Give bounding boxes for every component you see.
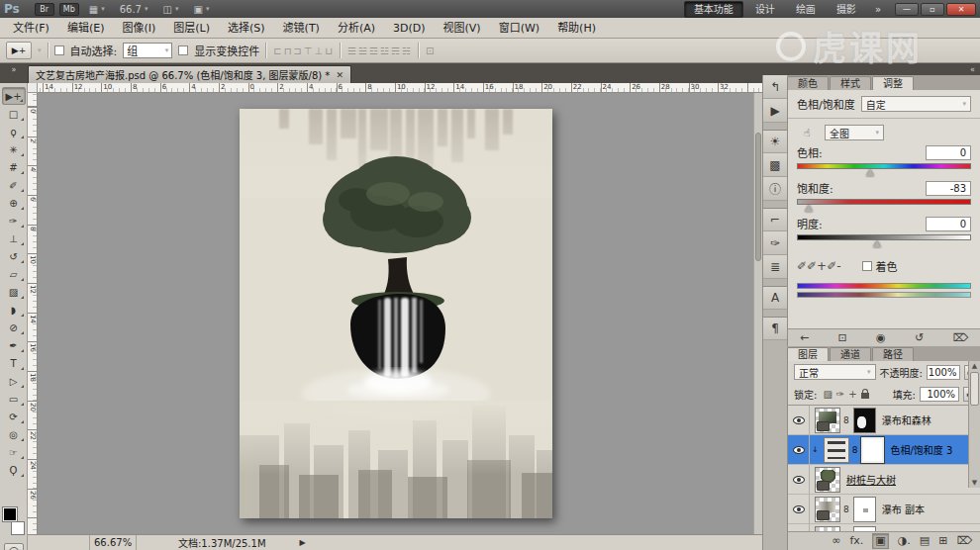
adjustment-footer-icon[interactable]: ↺	[915, 331, 924, 344]
blend-mode-dropdown[interactable]: 正常▾	[794, 364, 876, 380]
eyedropper-icon[interactable]: ✐+	[807, 259, 827, 273]
on-image-adjustment-icon[interactable]: ☝	[797, 125, 817, 140]
align-icon[interactable]: ⊔	[325, 46, 333, 56]
align-icon[interactable]: ⊤	[304, 46, 313, 56]
canvas-vertical-scrollbar[interactable]	[753, 93, 762, 534]
menu-item[interactable]: 3D(D)	[384, 18, 435, 39]
layer-visibility-toggle[interactable]	[788, 435, 810, 464]
dock-panel-button[interactable]: ✑	[763, 231, 788, 255]
canvas-area[interactable]	[38, 93, 762, 534]
distribute-icon[interactable]: ☴	[391, 46, 400, 56]
preset-dropdown[interactable]: 自定▾	[861, 96, 971, 112]
chevron-down-icon[interactable]: ▾	[38, 46, 42, 54]
distribute-icon[interactable]: ☰	[347, 46, 356, 56]
瀑布和森林[interactable]: 8 瀑布和森林	[788, 406, 980, 435]
poster-document[interactable]	[240, 109, 552, 518]
lock-icon[interactable]: ▨	[823, 389, 832, 400]
slider-track[interactable]	[797, 199, 971, 205]
layer-visibility-toggle[interactable]	[788, 524, 810, 531]
workspace-button[interactable]: 基本功能	[684, 1, 743, 18]
panel-tab[interactable]: 调整	[872, 76, 914, 90]
align-icon[interactable]: ⊏	[273, 46, 281, 56]
layer-visibility-toggle[interactable]	[788, 495, 810, 523]
lock-icon[interactable]: +	[848, 389, 856, 400]
channel-dropdown[interactable]: 全图▾	[825, 125, 884, 140]
dock-panel-button[interactable]: ▩	[763, 153, 788, 177]
tool-button[interactable]: ▨	[2, 283, 26, 301]
layer-name[interactable]: 树桩与大树	[846, 472, 896, 487]
tool-button[interactable]: ϙ	[2, 123, 26, 140]
menu-item[interactable]: 窗口(W)	[490, 18, 548, 39]
slider-thumb[interactable]	[873, 240, 881, 247]
dock-panel-button[interactable]: ¶	[763, 317, 788, 340]
lock-icon[interactable]	[861, 393, 869, 399]
menu-item[interactable]: 文件(F)	[4, 18, 58, 39]
树桩与大树[interactable]: 树桩与大树	[788, 465, 980, 495]
tool-button[interactable]: ✑	[2, 212, 26, 229]
adjustment-footer-icon[interactable]: ⊡	[838, 331, 847, 344]
eyedropper-icon[interactable]: ✐	[797, 259, 807, 273]
layer-name[interactable]: 瀑布和森林	[882, 412, 931, 427]
tool-button[interactable]: ⊥	[2, 229, 26, 247]
tool-button[interactable]: □	[2, 105, 26, 123]
瀑布 副本[interactable]: 8 瀑布 副本	[788, 495, 980, 524]
collapse-panels-icon[interactable]: «	[970, 65, 975, 74]
menu-item[interactable]: 帮助(H)	[548, 18, 605, 39]
mini-bridge-button[interactable]: Mb	[59, 3, 79, 16]
tool-button[interactable]: ✐	[2, 176, 26, 194]
colorize-checkbox[interactable]	[862, 261, 872, 271]
scrollbar-thumb[interactable]	[755, 133, 761, 261]
menu-item[interactable]: 视图(V)	[435, 18, 490, 39]
tool-button[interactable]: T	[2, 354, 26, 372]
dock-panel-button[interactable]: ↰	[763, 75, 788, 99]
distribute-icon[interactable]: ☱	[358, 46, 367, 56]
layer-visibility-toggle[interactable]	[788, 465, 810, 494]
menu-item[interactable]: 选择(S)	[219, 18, 274, 39]
zoom-percentage-input[interactable]: 66.67%	[89, 535, 137, 550]
foreground-color-swatch[interactable]	[3, 507, 17, 521]
lock-icon[interactable]: ✑	[836, 389, 844, 400]
layer-name[interactable]: 瀑布 副本	[882, 502, 925, 516]
layer-mask-thumbnail[interactable]	[853, 408, 876, 433]
panel-tab[interactable]: 颜色	[787, 76, 829, 90]
scroll-down-arrow[interactable]: ▼	[969, 478, 980, 488]
tool-preset-button[interactable]: ▶+	[6, 42, 32, 59]
layer-name[interactable]: 色相/饱和度 3	[890, 442, 952, 457]
slider-thumb[interactable]	[805, 205, 813, 212]
scrollbar-thumb[interactable]	[970, 372, 979, 406]
document-tab[interactable]: 文艺复古房地产海报.psd @ 66.7% (色相/饱和度 3, 图层蒙版/8)…	[28, 65, 351, 83]
eyedropper-icon[interactable]: ✐-	[827, 259, 840, 273]
adjustment-footer-icon[interactable]: ⌦	[952, 331, 968, 344]
show-transform-checkbox[interactable]	[178, 46, 188, 55]
auto-align-icon[interactable]: ⊡	[426, 46, 434, 56]
layers-footer-icon[interactable]: ⌦	[956, 534, 972, 548]
layers-footer-icon[interactable]: ▣	[872, 533, 888, 549]
auto-select-checkbox[interactable]	[54, 46, 64, 55]
layer-mask-thumbnail[interactable]	[853, 497, 876, 522]
opacity-input[interactable]: 100%	[927, 365, 961, 380]
view-extras-button[interactable]: ▣▾	[188, 4, 214, 15]
align-icon[interactable]: ⊐	[293, 46, 301, 56]
bridge-button[interactable]: Br	[35, 3, 54, 16]
layer-thumbnail[interactable]	[815, 497, 840, 522]
quick-mask-button[interactable]: ◯	[4, 543, 24, 550]
slider-thumb[interactable]	[866, 169, 874, 176]
adjustment-footer-icon[interactable]: ◉	[876, 331, 886, 344]
tool-button[interactable]: ⊕	[2, 194, 26, 212]
auto-select-dropdown[interactable]: 组▾	[123, 43, 172, 58]
close-button[interactable]: ✕	[946, 3, 976, 16]
toolbar-collapse-chevron[interactable]: »	[0, 63, 28, 77]
align-icon[interactable]: ⊥	[315, 46, 324, 56]
tool-button[interactable]: ✒	[2, 336, 26, 354]
close-tab-icon[interactable]: ✕	[336, 70, 343, 80]
slider-value-input[interactable]: -83	[926, 181, 971, 196]
layer-thumbnail[interactable]	[824, 437, 849, 463]
dock-panel-button[interactable]: ⌐	[763, 208, 788, 231]
tool-button[interactable]: ▭	[2, 390, 26, 408]
menu-item[interactable]: 图像(I)	[113, 18, 164, 39]
dock-panel-button[interactable]: ▶	[763, 99, 788, 123]
slider-track[interactable]	[797, 163, 971, 169]
slider-track[interactable]	[797, 234, 971, 240]
zoom-level-dropdown[interactable]: 66.7▾	[115, 4, 153, 15]
tool-button[interactable]: #	[2, 158, 26, 176]
